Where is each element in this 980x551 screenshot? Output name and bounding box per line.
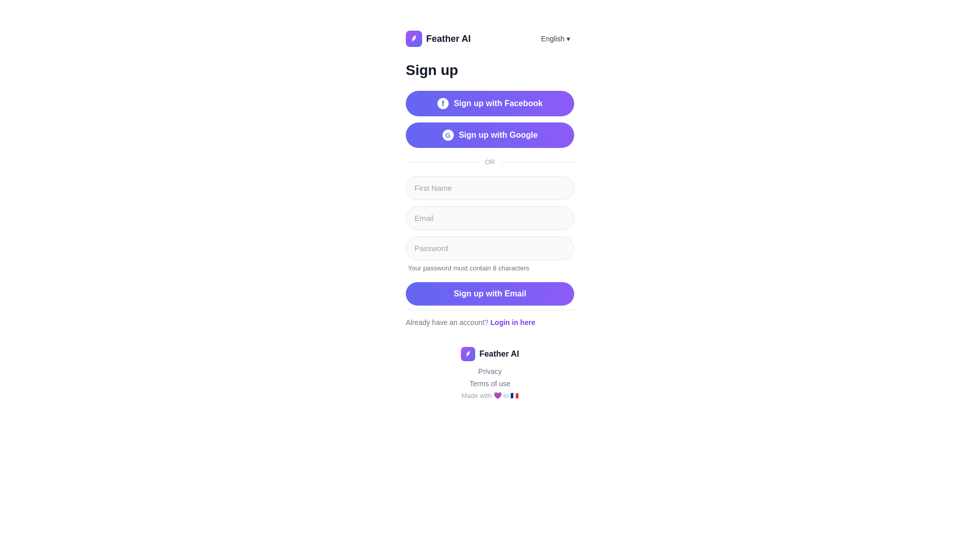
footer-logo-area: Feather AI xyxy=(461,347,519,361)
page-title: Sign up xyxy=(406,62,574,79)
language-selector[interactable]: English ▾ xyxy=(537,33,574,45)
footer-privacy-link[interactable]: Privacy xyxy=(478,367,502,375)
logo-area: Feather AI xyxy=(406,31,471,47)
logo-icon xyxy=(406,31,422,47)
logo-text: Feather AI xyxy=(426,34,471,44)
footer: Feather AI Privacy Terms of use Made wit… xyxy=(461,347,519,420)
footer-terms-link[interactable]: Terms of use xyxy=(470,380,510,388)
signup-google-button[interactable]: G Sign up with Google xyxy=(406,122,574,148)
footer-made-with: Made with 💜 in 🇫🇷 xyxy=(461,392,519,399)
form-container: Feather AI English ▾ Sign up f Sign up w… xyxy=(406,31,574,347)
first-name-input[interactable] xyxy=(406,176,574,200)
footer-logo-text: Feather AI xyxy=(479,349,519,359)
signup-google-label: Sign up with Google xyxy=(459,131,538,140)
google-icon: G xyxy=(443,130,454,141)
page-wrapper: Feather AI English ▾ Sign up f Sign up w… xyxy=(0,0,980,420)
bottom-divider xyxy=(406,310,574,310)
or-line-right xyxy=(501,162,574,162)
or-text: OR xyxy=(485,158,495,166)
footer-logo-icon xyxy=(461,347,475,361)
signup-email-button[interactable]: Sign up with Email xyxy=(406,282,574,306)
login-link[interactable]: Login in here xyxy=(491,318,535,327)
login-prefix: Already have an account? xyxy=(406,318,488,327)
signup-email-label: Sign up with Email xyxy=(454,289,526,298)
language-label: English xyxy=(541,35,565,43)
login-area: Already have an account? Login in here xyxy=(406,318,574,327)
chevron-down-icon: ▾ xyxy=(567,35,570,43)
password-input[interactable] xyxy=(406,236,574,260)
facebook-icon: f xyxy=(437,98,449,109)
nav-bar: Feather AI English ▾ xyxy=(406,31,574,47)
password-hint: Your password must contain 8 characters xyxy=(406,264,574,272)
email-input[interactable] xyxy=(406,206,574,230)
or-divider: OR xyxy=(406,158,574,166)
signup-facebook-label: Sign up with Facebook xyxy=(454,99,543,108)
signup-facebook-button[interactable]: f Sign up with Facebook xyxy=(406,91,574,116)
or-line-left xyxy=(406,162,479,162)
